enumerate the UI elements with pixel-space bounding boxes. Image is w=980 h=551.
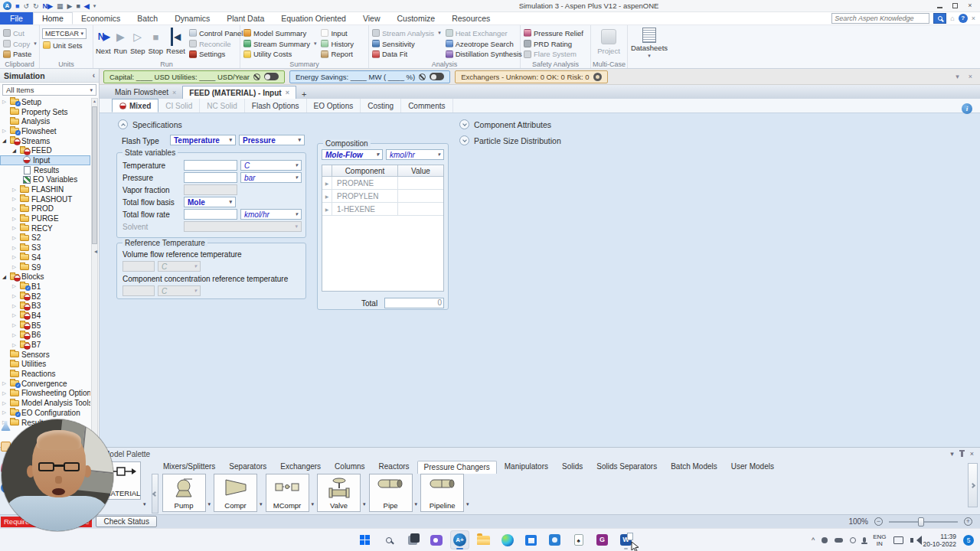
collapse-icon[interactable] xyxy=(2,138,9,144)
mcompr-button[interactable]: MCompr xyxy=(266,474,309,512)
energy-bar-close-icon[interactable]: × xyxy=(969,73,972,80)
tree-item-reactions[interactable]: Reactions xyxy=(0,369,90,379)
tree-item-feed-eo-variables[interactable]: EO Variables xyxy=(0,175,90,185)
search-input[interactable] xyxy=(831,13,929,24)
tree-item-flowsheet[interactable]: Flowsheet xyxy=(0,126,90,136)
stream-analysis-button[interactable]: Stream Analysis xyxy=(371,28,442,38)
tab-home[interactable]: Home xyxy=(33,12,73,24)
expand-icon[interactable] xyxy=(12,283,19,289)
azeotrope-search-button[interactable]: Azeotrope Search xyxy=(445,39,523,49)
tree-item-sensors[interactable]: Sensors xyxy=(0,350,90,360)
chat-button[interactable] xyxy=(426,530,446,549)
total-flow-rate-unit-dropdown[interactable]: kmol/hr xyxy=(240,209,302,220)
composition-row-propylen[interactable]: ▶ PROPYLEN xyxy=(322,190,443,203)
specifications-section-header[interactable]: Specifications xyxy=(118,119,182,129)
composition-unit-dropdown[interactable]: kmol/hr xyxy=(386,149,444,160)
tab-equation-oriented[interactable]: Equation Oriented xyxy=(273,12,354,24)
tab-flash-options[interactable]: Flash Options xyxy=(245,99,307,112)
tree-item-flashin[interactable]: FLASHIN xyxy=(0,184,90,194)
palette-scroll-left[interactable] xyxy=(152,474,158,514)
composition-row-1-hexene[interactable]: ▶ 1-HEXENE xyxy=(322,203,443,216)
expand-icon[interactable] xyxy=(2,128,9,134)
pressure-input[interactable] xyxy=(184,172,237,183)
prd-rating-button[interactable]: PRD Rating xyxy=(523,39,584,49)
pressure-unit-dropdown[interactable]: bar xyxy=(240,172,302,183)
tree-item-b2[interactable]: B2 xyxy=(0,292,90,302)
tree-item-blocks[interactable]: Blocks xyxy=(0,272,90,282)
search-button[interactable] xyxy=(933,13,946,24)
material-dropdown-icon[interactable]: ▾ xyxy=(143,501,146,507)
value-cell[interactable] xyxy=(398,203,443,215)
aspen-plus-taskbar-button[interactable]: A+ xyxy=(450,530,469,549)
expand-section-icon[interactable] xyxy=(459,135,469,145)
tree-item-flashout[interactable]: FLASHOUT xyxy=(0,194,90,204)
tree-item-s2[interactable]: S2 xyxy=(0,233,90,243)
project-button[interactable]: Project xyxy=(593,27,624,59)
flash-type-2-dropdown[interactable]: Pressure xyxy=(239,135,305,145)
collapse-icon[interactable] xyxy=(2,274,9,280)
total-flow-basis-dropdown[interactable]: Mole xyxy=(184,197,236,207)
expand-icon[interactable] xyxy=(12,225,19,231)
model-summary-button[interactable]: Model Summary xyxy=(243,28,317,38)
tab-main-flowsheet[interactable]: Main Flowsheet× xyxy=(109,86,182,99)
expand-icon[interactable] xyxy=(2,409,9,416)
total-flow-rate-input[interactable] xyxy=(184,209,237,220)
energy-toggle[interactable] xyxy=(430,73,444,80)
tray-app-icon[interactable] xyxy=(822,537,828,543)
pipeline-button[interactable]: Pipeline xyxy=(420,474,464,512)
onedrive-icon[interactable] xyxy=(835,538,843,543)
info-icon[interactable]: i xyxy=(962,103,972,114)
temperature-input[interactable] xyxy=(184,160,237,171)
taskbar-search-button[interactable] xyxy=(379,530,398,549)
palette-scroll-right[interactable] xyxy=(968,463,978,507)
palette-tab-pressure-changers[interactable]: Pressure Changers xyxy=(417,461,497,474)
expand-icon[interactable] xyxy=(12,196,19,202)
pipeline-dropdown-icon[interactable]: ▾ xyxy=(466,501,469,507)
tree-item-setup[interactable]: Setup xyxy=(0,97,90,107)
language-indicator[interactable]: ENGIN xyxy=(873,533,886,547)
utility-costs-button[interactable]: Utility Costs xyxy=(243,49,317,59)
tab-ci-solid[interactable]: CI Solid xyxy=(158,99,200,112)
zoom-slider-thumb[interactable] xyxy=(918,517,924,527)
tree-item-analysis[interactable]: Analysis xyxy=(0,116,90,126)
expand-icon[interactable] xyxy=(2,380,9,386)
expand-icon[interactable] xyxy=(12,342,19,348)
properties-mode-icon[interactable] xyxy=(1,421,11,431)
cast-icon[interactable] xyxy=(893,536,903,544)
tree-item-s9[interactable]: S9 xyxy=(0,262,90,272)
compr-button[interactable]: Compr xyxy=(214,474,257,512)
gom-player-button[interactable]: G xyxy=(593,530,612,549)
palette-pin-icon[interactable] xyxy=(961,452,963,457)
tree-item-prod[interactable]: PROD xyxy=(0,204,90,214)
expand-icon[interactable] xyxy=(12,264,19,270)
task-view-button[interactable] xyxy=(403,530,422,549)
save-icon[interactable]: ■ xyxy=(15,2,19,11)
compr-dropdown-icon[interactable]: ▾ xyxy=(260,501,263,507)
component-attributes-section-header[interactable]: Component Attributes xyxy=(459,119,551,129)
palette-tab-columns[interactable]: Columns xyxy=(328,461,371,474)
tree-item-b6[interactable]: B6 xyxy=(0,331,90,341)
new-tab-button[interactable]: + xyxy=(296,90,312,99)
control-panel-quick-icon[interactable]: ▦ xyxy=(57,2,64,11)
blue-app-button[interactable] xyxy=(545,530,564,549)
control-panel-button[interactable]: Control Panel xyxy=(188,28,244,38)
composition-basis-dropdown[interactable]: Mole-Flow xyxy=(322,149,383,160)
pump-button[interactable]: Pump xyxy=(162,474,206,512)
tree-item-b4[interactable]: B4 xyxy=(0,311,90,321)
palette-tab-solids[interactable]: Solids xyxy=(556,461,589,474)
heat-exchanger-button[interactable]: Heat Exchanger xyxy=(445,28,523,38)
row-selector-icon[interactable]: ▶ xyxy=(322,203,332,215)
tab-view[interactable]: View xyxy=(354,12,389,24)
tree-item-convergence[interactable]: Convergence xyxy=(0,379,90,389)
palette-dropdown-icon[interactable]: ▾ xyxy=(950,450,954,458)
cut-button[interactable]: Cut xyxy=(2,28,38,38)
run-quick-icon[interactable]: ▶ xyxy=(67,2,72,11)
expand-icon[interactable] xyxy=(12,293,19,299)
tray-expand-icon[interactable]: ^ xyxy=(812,536,815,544)
zoom-out-icon[interactable]: − xyxy=(874,517,883,526)
expand-icon[interactable] xyxy=(12,187,19,193)
microphone-icon[interactable] xyxy=(863,537,866,543)
solitaire-button[interactable]: ♠ xyxy=(569,530,588,549)
value-cell[interactable] xyxy=(398,177,443,189)
tree-item-recy[interactable]: RECY xyxy=(0,223,90,233)
